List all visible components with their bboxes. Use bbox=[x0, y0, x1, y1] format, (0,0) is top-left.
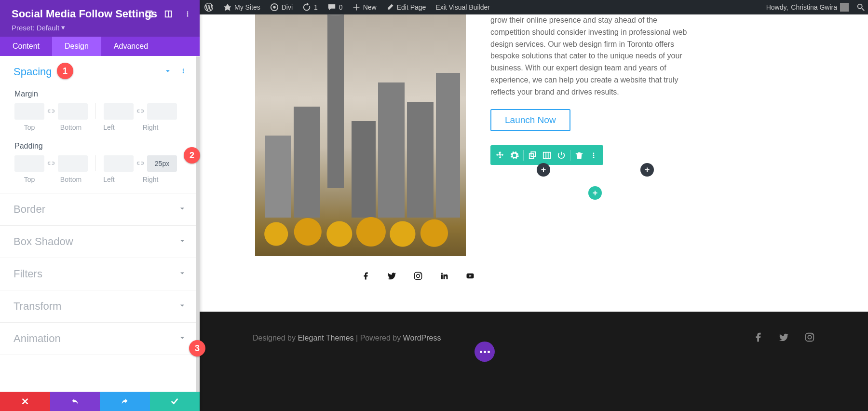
chevron-up-icon bbox=[164, 67, 172, 77]
footer-credits: Designed by Elegant Themes | Powered by … bbox=[253, 334, 441, 342]
builder-fab[interactable] bbox=[475, 342, 495, 362]
add-row-button[interactable]: + bbox=[588, 186, 602, 200]
dir-left: Left bbox=[94, 123, 124, 131]
undo-button[interactable] bbox=[50, 392, 100, 411]
footer-social bbox=[753, 332, 815, 344]
module-toolbar bbox=[490, 145, 603, 165]
youtube-icon[interactable] bbox=[465, 271, 475, 281]
dir-top: Top bbox=[14, 123, 44, 131]
launch-button[interactable]: Launch Now bbox=[490, 109, 570, 131]
add-module-button-left[interactable]: + bbox=[537, 163, 550, 177]
my-sites-label: My Sites bbox=[234, 3, 260, 11]
svg-point-16 bbox=[808, 335, 811, 339]
section-box-shadow: Box Shadow bbox=[0, 226, 200, 258]
edit-page[interactable]: Edit Page bbox=[381, 0, 431, 14]
wp-logo[interactable] bbox=[200, 0, 218, 14]
tab-advanced[interactable]: Advanced bbox=[101, 37, 161, 56]
annotation-1: 1 bbox=[57, 63, 73, 79]
annotation-2: 2 bbox=[184, 147, 200, 164]
margin-left-input[interactable] bbox=[104, 103, 134, 120]
link-icon[interactable] bbox=[136, 107, 145, 116]
dir-bottom: Bottom bbox=[56, 176, 86, 183]
padding-left-input[interactable] bbox=[104, 155, 134, 172]
dir-top: Top bbox=[14, 176, 44, 183]
delete-icon[interactable] bbox=[572, 149, 586, 162]
section-border-toggle[interactable]: Border bbox=[0, 193, 200, 225]
section-spacing-toggle[interactable]: Spacing bbox=[0, 56, 200, 88]
instagram-icon[interactable] bbox=[413, 271, 423, 281]
save-library-icon[interactable] bbox=[540, 149, 554, 162]
snap-icon[interactable] bbox=[163, 9, 174, 19]
padding-inputs bbox=[14, 155, 185, 172]
padding-top-input[interactable] bbox=[14, 155, 44, 172]
chevron-down-icon bbox=[178, 205, 186, 214]
filters-title: Filters bbox=[14, 268, 42, 280]
my-sites[interactable]: My Sites bbox=[218, 0, 265, 14]
svg-point-12 bbox=[417, 274, 420, 278]
footer-twitter-icon[interactable] bbox=[778, 332, 790, 344]
section-box-shadow-toggle[interactable]: Box Shadow bbox=[0, 226, 200, 258]
expand-icon[interactable] bbox=[144, 9, 154, 19]
link-icon[interactable] bbox=[46, 159, 56, 168]
user-menu[interactable]: Howdy, Christina Gwira bbox=[761, 0, 854, 14]
tab-content[interactable]: Content bbox=[0, 37, 52, 56]
svg-point-25 bbox=[183, 70, 184, 71]
exit-visual-builder[interactable]: Exit Visual Builder bbox=[431, 0, 495, 14]
footer-facebook-icon[interactable] bbox=[753, 332, 764, 344]
padding-label: Padding bbox=[14, 142, 185, 151]
theme-link[interactable]: Elegant Themes bbox=[298, 334, 353, 342]
dir-left: Left bbox=[94, 176, 124, 183]
facebook-icon[interactable] bbox=[361, 271, 371, 281]
move-icon[interactable] bbox=[493, 149, 507, 162]
margin-right-input[interactable] bbox=[147, 103, 177, 120]
dir-bottom: Bottom bbox=[56, 123, 86, 131]
twitter-icon[interactable] bbox=[387, 271, 397, 281]
cancel-button[interactable] bbox=[0, 392, 50, 411]
svg-point-13 bbox=[420, 273, 421, 274]
linkedin-icon[interactable] bbox=[439, 271, 449, 281]
tab-design[interactable]: Design bbox=[52, 37, 101, 56]
redo-button[interactable] bbox=[100, 392, 150, 411]
preset-selector[interactable]: Preset: Default ▾ bbox=[12, 23, 188, 32]
svg-point-1 bbox=[273, 6, 275, 8]
margin-bottom-input[interactable] bbox=[58, 103, 88, 120]
section-transform-toggle[interactable]: Transform bbox=[0, 290, 200, 322]
save-button[interactable] bbox=[150, 392, 200, 411]
updates[interactable]: 1 bbox=[298, 0, 323, 14]
panel-footer bbox=[0, 392, 200, 411]
chevron-down-icon bbox=[178, 334, 186, 343]
section-animation: Animation bbox=[0, 323, 200, 355]
link-icon[interactable] bbox=[136, 159, 145, 168]
site-name[interactable]: Divi bbox=[265, 0, 298, 14]
site-name-label: Divi bbox=[282, 3, 293, 11]
svg-point-2 bbox=[858, 4, 862, 9]
more-icon[interactable] bbox=[587, 149, 600, 162]
footer-instagram-icon[interactable] bbox=[804, 332, 815, 344]
section-filters-toggle[interactable]: Filters bbox=[0, 258, 200, 290]
duplicate-icon[interactable] bbox=[526, 149, 539, 162]
settings-icon[interactable] bbox=[508, 149, 521, 162]
panel-body: Spacing Margin bbox=[0, 56, 200, 392]
chevron-down-icon bbox=[178, 269, 186, 279]
padding-right-input[interactable] bbox=[147, 155, 177, 172]
social-icons-row bbox=[361, 271, 475, 281]
svg-point-17 bbox=[812, 334, 813, 335]
link-icon[interactable] bbox=[46, 107, 56, 116]
power-icon[interactable] bbox=[555, 149, 568, 162]
comments-count: 0 bbox=[339, 3, 343, 11]
section-more-icon[interactable] bbox=[180, 67, 186, 77]
admin-search[interactable] bbox=[854, 3, 868, 12]
panel-more-icon[interactable] bbox=[182, 9, 193, 19]
settings-panel: Social Media Follow Settings Preset: Def… bbox=[0, 0, 200, 411]
margin-top-input[interactable] bbox=[14, 103, 44, 120]
section-animation-toggle[interactable]: Animation bbox=[0, 323, 200, 355]
preset-label: Preset: Default bbox=[12, 24, 59, 32]
svg-point-9 bbox=[593, 154, 595, 156]
svg-point-23 bbox=[187, 15, 189, 17]
add-new[interactable]: New bbox=[348, 0, 381, 14]
padding-bottom-input[interactable] bbox=[58, 155, 88, 172]
add-module-button-right[interactable]: + bbox=[640, 163, 654, 177]
body-paragraph: grow their online presence and stay ahea… bbox=[490, 14, 695, 98]
comments[interactable]: 0 bbox=[323, 0, 348, 14]
platform-link[interactable]: WordPress bbox=[403, 334, 441, 342]
